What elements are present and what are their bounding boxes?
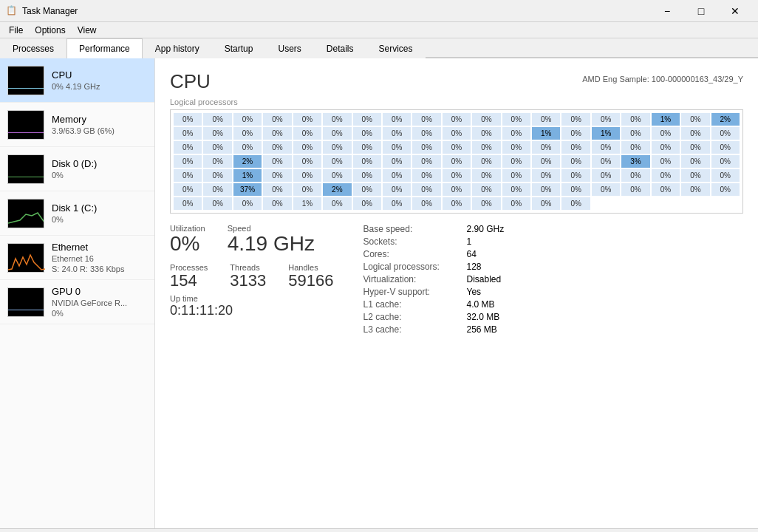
cpu-cell: 0% [174,155,202,168]
hyperv-label: Hyper-V support: [363,287,467,297]
tab-app-history[interactable]: App history [143,38,212,58]
cpu-cell: 0% [561,169,590,182]
cpu-cell: 0% [174,141,202,154]
cpu-cell: 0% [203,141,231,154]
uptime-value: 0:11:11:20 [170,303,334,318]
cpu-cell: 0% [621,127,649,140]
cpu-cell: 0% [383,197,411,210]
cpu-cell: 0% [681,113,709,126]
cpu-cell: 0% [412,141,440,154]
maximize-button[interactable]: □ [684,0,718,22]
cpu-cell: 0% [353,155,381,168]
cpu-cell: 0% [203,155,231,168]
info-l1: L1 cache: 4.0 MB [363,299,505,310]
cpu-cell: 0% [711,183,740,196]
sidebar-ethernet-sub2: S: 24.0 R: 336 Kbps [52,265,147,273]
tab-performance[interactable]: Performance [66,38,143,58]
cpu-cell: 0% [383,183,411,196]
cpu-cell: 0% [323,113,351,126]
speed-block: Speed 4.19 GHz [228,224,315,256]
menu-view[interactable]: View [72,22,103,38]
cpu-thumbnail [7,66,44,95]
cpu-cell: 0% [502,183,530,196]
cpu-cell: 0% [443,113,471,126]
tab-startup[interactable]: Startup [212,38,266,58]
sockets-val: 1 [467,236,472,247]
cpu-cell: 1% [532,127,560,140]
cores-label: Cores: [363,249,467,259]
cpu-cell: 0% [502,127,530,140]
content-header: CPU AMD Eng Sample: 100-000000163_43/29_… [170,70,743,93]
sidebar-item-gpu0[interactable]: GPU 0 NVIDIA GeForce R... 0% [0,280,154,324]
info-table: Base speed: 2.90 GHz Sockets: 1 Cores: 6… [363,224,505,337]
cpu-cell: 0% [532,141,560,154]
cpu-cell: 0% [443,155,471,168]
cpu-cell: 0% [592,113,620,126]
cpu-cell: 0% [323,197,351,210]
cpu-cell: 0% [383,127,411,140]
sidebar-item-disk0[interactable]: Disk 0 (D:) 0% [0,147,154,191]
tab-services[interactable]: Services [366,38,426,58]
cpu-cell: 0% [412,169,440,182]
cpu-cell: 0% [532,197,560,210]
cpu-cell: 0% [621,169,649,182]
menu-options[interactable]: Options [29,22,71,38]
sidebar-disk1-label: Disk 1 (C:) [52,202,147,214]
cpu-cell: 0% [203,113,231,126]
cpu-cell: 0% [293,113,321,126]
cpu-cell: 0% [561,141,590,154]
info-l3: L3 cache: 256 MB [363,324,505,335]
sidebar-gpu0-sub2: 0% [52,309,147,318]
titlebar: 📋 Task Manager − □ ✕ [0,0,758,22]
cpu-cell: 0% [293,169,321,182]
cpu-cell: 0% [681,127,709,140]
cpu-cell: 0% [233,197,262,210]
minimize-button[interactable]: − [650,0,684,22]
cpu-cell: 0% [383,113,411,126]
cpu-cell: 0% [652,169,680,182]
cpu-cell: 0% [174,127,202,140]
cpu-cell: 3% [621,155,649,168]
cpu-cell: 0% [443,197,471,210]
cpu-cell: 0% [711,141,740,154]
lp-val: 128 [467,262,482,272]
l3-label: L3 cache: [363,324,467,335]
cpu-cell: 0% [412,155,440,168]
cpu-cell: 0% [353,197,381,210]
cpu-cell: 0% [711,169,740,182]
cpu-grid-container: 0%0%0%0%0%0%0%0%0%0%0%0%0%0%0%0%1%0%2%0%… [170,109,743,214]
cpu-cell: 0% [263,113,291,126]
cpu-cell: 0% [681,183,709,196]
cpu-cell: 0% [681,169,709,182]
cpu-cell: 0% [472,155,500,168]
cpu-cell: 0% [561,127,590,140]
ethernet-chart [8,244,45,273]
processes-label: Processes [170,263,208,272]
ethernet-thumbnail [7,243,44,273]
cpu-cell: 0% [383,141,411,154]
cpu-cell: 0% [263,197,291,210]
base-speed-label: Base speed: [363,224,467,234]
cpu-cell: 0% [592,183,620,196]
l1-val: 4.0 MB [467,299,495,310]
app-icon: 📋 [6,5,18,17]
l2-label: L2 cache: [363,312,467,322]
sidebar-item-disk1[interactable]: Disk 1 (C:) 0% [0,191,154,236]
processes-block: Processes 154 [170,263,208,290]
tab-users[interactable]: Users [265,38,313,58]
cpu-cell: 0% [383,169,411,182]
threads-block: Threads 3133 [230,263,266,290]
cpu-cell: 0% [532,155,560,168]
bottombar: ▲ Fewer details | Open Resource Monitor [0,528,758,532]
cpu-cell: 0% [353,127,381,140]
sidebar-item-memory[interactable]: Memory 3.9/63.9 GB (6%) [0,103,154,147]
sidebar-item-ethernet[interactable]: Ethernet Ethernet 16 S: 24.0 R: 336 Kbps [0,236,154,280]
sidebar-item-cpu[interactable]: CPU 0% 4.19 GHz [0,58,154,103]
close-button[interactable]: ✕ [718,0,752,22]
tab-details[interactable]: Details [314,38,366,58]
cpu-cell: 0% [652,155,680,168]
sidebar-cpu-label: CPU [52,69,147,81]
menu-file[interactable]: File [3,22,29,38]
cpu-cell: 0% [174,169,202,182]
tab-processes[interactable]: Processes [0,38,66,58]
